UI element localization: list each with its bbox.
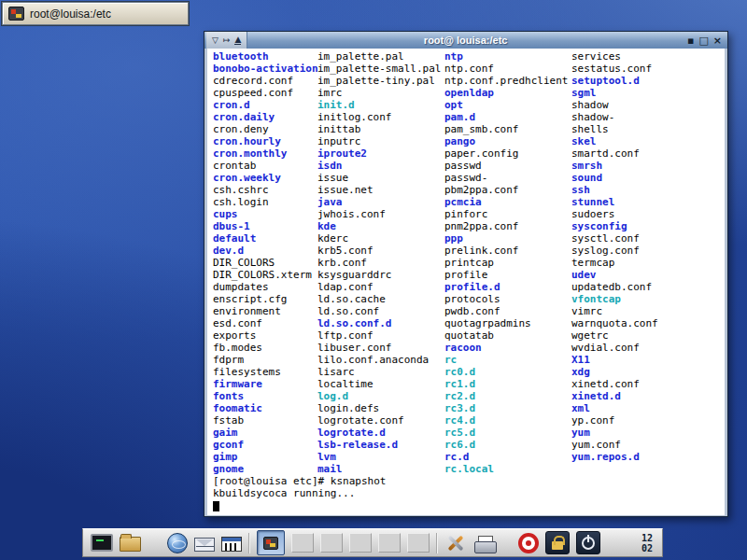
file-entry: initlog.conf [317, 111, 441, 123]
tab-icon[interactable]: ↦ [223, 36, 231, 45]
file-entry: quotagrpadmins [444, 317, 568, 329]
file-entry: dev.d [213, 245, 318, 257]
file-entry: environment [213, 305, 318, 317]
file-entry: wvdial.conf [571, 342, 658, 354]
file-entry: profile.d [444, 281, 568, 293]
terminal-window: ▽ ↦ ▲ root@ louisa:/etc ▪ □ × bluetoothb… [204, 31, 728, 517]
file-entry: warnquota.conf [571, 317, 658, 329]
file-entry: xml [571, 402, 658, 414]
file-entry: pam.d [444, 111, 568, 123]
file-entry: java [317, 196, 441, 208]
file-entry: ntp.conf [444, 63, 568, 75]
file-entry: lisarc [317, 366, 441, 378]
file-entry: lftp.conf [317, 329, 441, 342]
file-entry: ld.so.conf.d [317, 317, 441, 329]
detach-session-icon[interactable]: ▲ [234, 35, 241, 45]
file-entry: gaim [213, 427, 318, 439]
file-entry: pwdb.conf [444, 305, 568, 317]
taskbar-window-button[interactable]: root@louisa:/etc [2, 2, 189, 25]
file-entry: pcmcia [444, 196, 568, 208]
file-entry: cron.d [213, 99, 318, 111]
logout-button[interactable] [576, 531, 600, 554]
file-entry: lsb-release.d [317, 439, 441, 451]
file-entry: fdprm [213, 354, 318, 366]
active-task-konsole-button[interactable] [257, 530, 285, 555]
file-entry: enscript.cfg [213, 293, 318, 305]
file-entry: dbus-1 [213, 220, 318, 232]
file-entry: gconf [213, 439, 318, 451]
file-entry: mail [317, 463, 441, 475]
file-entry: log.d [317, 390, 441, 402]
clock-hour: 12 [641, 533, 653, 543]
empty-task-slot [291, 533, 314, 553]
file-entry: ld.so.conf [317, 305, 441, 317]
file-entry: filesystems [213, 366, 318, 378]
file-entry: xinetd.conf [571, 378, 658, 390]
file-column-2: im_palette.palim_palette-small.palim_pal… [317, 50, 441, 475]
file-entry: services [571, 50, 658, 63]
file-entry: im_palette-small.pal [317, 63, 441, 75]
file-entry: csh.cshrc [213, 184, 318, 196]
file-entry: prelink.conf [444, 245, 568, 257]
file-entry: ntp.conf.predhclient [444, 75, 568, 87]
file-entry: gnome [213, 463, 318, 475]
file-entry: openldap [444, 87, 568, 99]
file-entry: setuptool.d [571, 75, 658, 87]
file-entry: rc3.d [444, 402, 568, 414]
file-entry: rc0.d [444, 366, 568, 378]
terminal-output[interactable]: bluetoothbonobo-activationcdrecord.confc… [207, 49, 725, 515]
file-entry: isdn [317, 160, 441, 172]
file-entry: sgml [571, 87, 658, 99]
file-entry: sysctl.conf [571, 232, 658, 245]
file-entry: yum [571, 427, 658, 439]
clock-applet[interactable]: 12 02 [641, 533, 655, 553]
file-entry: smrsh [571, 160, 658, 172]
file-entry: lvm [317, 451, 441, 463]
mail-icon[interactable] [194, 538, 215, 552]
file-column-1: bluetoothbonobo-activationcdrecord.confc… [213, 50, 318, 475]
update-notifier-icon[interactable] [518, 533, 539, 553]
file-entry: cups [213, 208, 318, 220]
file-entry: shadow [571, 99, 658, 111]
lock-screen-button[interactable] [545, 531, 570, 554]
file-entry: krb.conf [317, 257, 441, 269]
file-entry: racoon [444, 342, 568, 354]
close-button[interactable]: × [713, 35, 722, 46]
file-entry: im_palette-tiny.pal [317, 75, 441, 87]
file-entry: rc5.d [444, 427, 568, 439]
scroll-indicator-icon[interactable]: ▽ [212, 36, 218, 45]
file-entry: firmware [213, 378, 318, 390]
file-entry: protocols [444, 293, 568, 305]
file-entry: cron.weekly [213, 172, 318, 184]
clock-minute: 02 [641, 543, 653, 553]
file-entry: cpuspeed.conf [213, 87, 318, 99]
file-entry: csh.login [213, 196, 318, 208]
terminal-launcher-icon[interactable] [91, 534, 113, 552]
file-entry: updatedb.conf [571, 281, 658, 293]
file-entry: im_palette.pal [317, 50, 441, 63]
file-entry: rc1.d [444, 378, 568, 390]
file-entry: fstab [213, 414, 318, 427]
konsole-icon [263, 537, 278, 550]
media-player-icon[interactable] [221, 537, 242, 552]
terminal-cursor [213, 501, 219, 511]
panel-separator [248, 533, 250, 553]
tools-icon[interactable] [444, 533, 467, 553]
file-manager-icon[interactable] [120, 537, 141, 552]
file-entry: wgetrc [571, 329, 658, 342]
printer-icon[interactable] [473, 536, 496, 553]
window-titlebar[interactable]: ▽ ↦ ▲ root@ louisa:/etc ▪ □ × [204, 32, 727, 49]
file-entry: ksysguarddrc [317, 269, 441, 281]
maximize-button[interactable]: □ [698, 35, 708, 46]
file-entry: DIR_COLORS.xterm [213, 269, 318, 281]
minimize-button[interactable]: ▪ [687, 35, 694, 46]
empty-task-slot [349, 533, 372, 553]
file-entry: bluetooth [213, 50, 318, 63]
file-entry: rc4.d [444, 414, 568, 427]
web-browser-icon[interactable] [167, 533, 188, 553]
file-entry: ssh [571, 184, 658, 196]
file-entry: ppp [444, 232, 568, 245]
file-entry: cron.deny [213, 123, 318, 135]
lock-icon [552, 541, 563, 550]
file-entry: libuser.conf [317, 342, 441, 354]
